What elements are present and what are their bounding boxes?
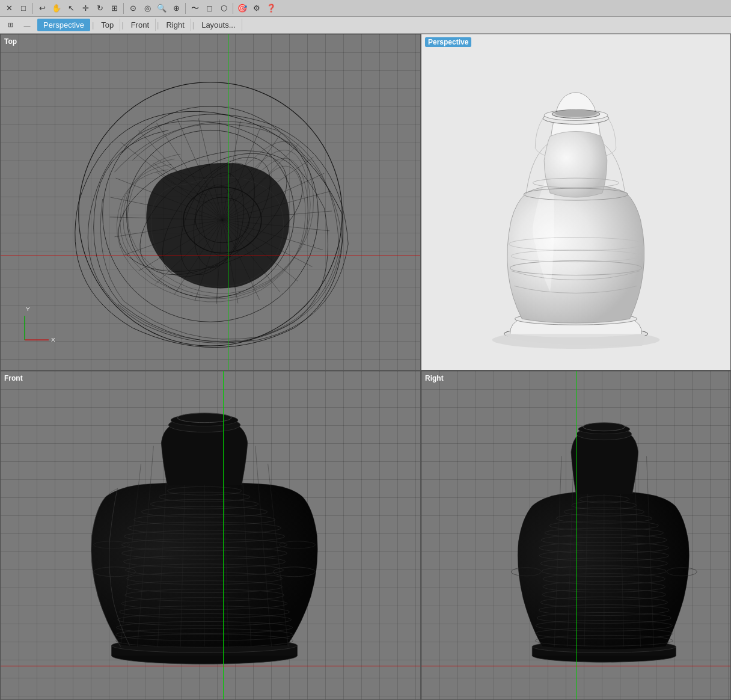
top-wireframe-svg: Y X: [1, 34, 420, 370]
surface-icon[interactable]: ◻: [203, 2, 216, 15]
select-icon[interactable]: ↖: [64, 2, 78, 15]
settings-icon[interactable]: ⚙: [250, 2, 263, 15]
render-icon[interactable]: 🎯: [236, 2, 249, 15]
svg-text:Y: Y: [26, 305, 30, 312]
viewport-right[interactable]: Right: [421, 370, 731, 700]
svg-text:X: X: [51, 336, 55, 343]
tab-right[interactable]: Right: [160, 19, 191, 31]
viewport-front[interactable]: Front: [0, 370, 421, 700]
tabbar: ⊞ — Perspective | Top | Front | Right | …: [0, 17, 731, 34]
undo-icon[interactable]: ↩: [35, 2, 49, 15]
toolbar: ✕ □ ↩ ✋ ↖ ✛ ↻ ⊞ ⊙ ◎ 🔍 ⊕ 〜 ◻ ⬡ 🎯 ⚙ ❓: [0, 0, 731, 17]
toolbar-separator-4: [233, 3, 233, 14]
close-icon[interactable]: ✕: [2, 2, 16, 15]
new-icon[interactable]: □: [17, 2, 30, 15]
right-wireframe-svg: [421, 371, 730, 699]
viewport-maximize-icon[interactable]: ⊞: [4, 19, 17, 32]
rotate-icon[interactable]: ↻: [93, 2, 106, 15]
right-axis-horizontal: [421, 666, 730, 666]
toolbar-separator-2: [123, 3, 124, 14]
pan-icon[interactable]: ✋: [50, 2, 63, 15]
viewport-minimize-icon[interactable]: —: [20, 19, 34, 32]
axis-horizontal-red: [1, 256, 420, 256]
tab-layouts[interactable]: Layouts...: [195, 19, 242, 31]
perspective-shaded-svg: [421, 34, 730, 370]
toolbar-separator: [32, 3, 33, 14]
tab-perspective[interactable]: Perspective: [37, 19, 90, 31]
svg-point-96: [583, 423, 625, 431]
zoom-icon[interactable]: 🔍: [155, 2, 168, 15]
viewports: Top: [0, 34, 731, 700]
snap-icon[interactable]: ⊙: [126, 2, 139, 15]
tab-top[interactable]: Top: [95, 19, 120, 31]
help-icon[interactable]: ❓: [265, 2, 278, 15]
right-axis-vertical: [577, 371, 577, 699]
axis-vertical-green: [228, 34, 228, 370]
move-icon[interactable]: ✛: [79, 2, 92, 15]
extents-icon[interactable]: ⊕: [170, 2, 183, 15]
viewport-perspective[interactable]: Perspective: [421, 34, 731, 370]
front-wireframe-svg: [1, 371, 420, 699]
scale-icon[interactable]: ⊞: [108, 2, 121, 15]
svg-point-24: [555, 110, 597, 117]
front-axis-horizontal: [1, 666, 420, 666]
viewport-top[interactable]: Top: [0, 34, 421, 370]
front-axis-vertical: [223, 371, 224, 699]
solid-icon[interactable]: ⬡: [217, 2, 230, 15]
curve-icon[interactable]: 〜: [188, 2, 201, 15]
tab-front[interactable]: Front: [125, 19, 156, 31]
osnap-icon[interactable]: ◎: [141, 2, 154, 15]
toolbar-separator-3: [185, 3, 186, 14]
